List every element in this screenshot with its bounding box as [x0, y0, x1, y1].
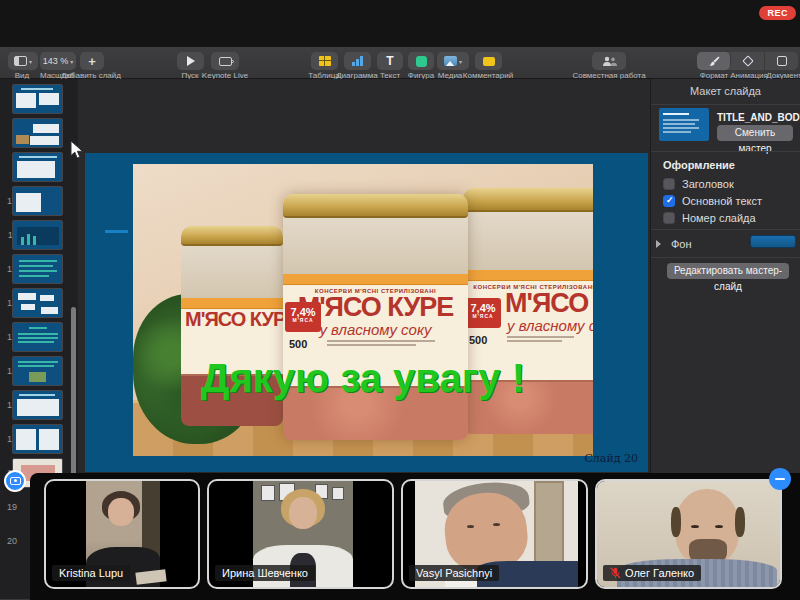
media-icon — [444, 56, 457, 66]
edit-master-button[interactable]: Редактировать мастер-слайд — [667, 263, 789, 279]
chevron-down-icon: ▾ — [459, 58, 462, 65]
media-button[interactable]: ▾ — [437, 52, 469, 70]
thanks-text[interactable]: Дякую за увагу ! — [201, 356, 525, 401]
slide-thumbnail[interactable] — [12, 118, 63, 148]
participant-name: Ирина Шевченко — [215, 565, 315, 581]
inspector-segmented-control — [697, 52, 798, 70]
slide-thumbnail[interactable] — [12, 424, 63, 454]
slide-thumb-row[interactable]: 16 — [0, 390, 78, 422]
slide-thumbnail[interactable] — [12, 390, 63, 420]
slide-thumbnail[interactable] — [12, 356, 63, 386]
diamond-icon — [742, 55, 753, 66]
checkbox[interactable] — [663, 178, 675, 190]
chevron-down-icon: ▾ — [70, 58, 73, 65]
mouse-cursor — [70, 140, 84, 164]
option-body[interactable]: Основной текст — [663, 194, 762, 207]
text-icon: T — [386, 55, 393, 67]
checkbox-checked[interactable] — [663, 195, 675, 207]
slide-thumb-row[interactable]: 7 — [0, 84, 78, 116]
master-thumbnail[interactable] — [659, 108, 709, 141]
document-tab[interactable] — [765, 52, 798, 70]
plus-icon: + — [88, 55, 96, 68]
participant-tile[interactable]: Kristina Lupu — [44, 479, 200, 589]
current-slide[interactable]: М'ЯСО КУРЕ КОНСЕРВИ М'ЯСНІ СТЕРИЛІЗОВАНІ… — [85, 153, 648, 472]
text-button[interactable]: T — [377, 52, 403, 70]
zoom-button[interactable]: 143 %▾ — [40, 52, 76, 70]
screen-person-icon — [10, 477, 21, 485]
top-bar: REC — [0, 0, 800, 47]
view-button[interactable]: ▾ — [8, 52, 38, 70]
slide-thumb-row[interactable]: 15 — [0, 356, 78, 388]
checkbox[interactable] — [663, 212, 675, 224]
slide-thumbnail[interactable] — [12, 288, 63, 318]
slide-thumb-row[interactable]: 10 — [0, 186, 78, 218]
slide-accent-dash — [105, 230, 128, 233]
mic-muted-icon — [610, 567, 621, 579]
collaborate-button[interactable] — [592, 52, 626, 70]
slide-thumbnail[interactable] — [12, 220, 63, 250]
change-master-button[interactable]: Сменить мастер — [717, 125, 793, 141]
keynote-toolbar: ▾ Вид 143 %▾ Масштаб + Добавить слайд Пу… — [0, 47, 800, 79]
participant-name: Vasyl Pasichnyi — [409, 565, 499, 581]
slide-thumbnail[interactable] — [12, 186, 63, 216]
document-icon — [777, 56, 787, 66]
minus-icon — [775, 478, 785, 481]
format-tab[interactable] — [697, 52, 731, 70]
add-slide-button[interactable]: + — [80, 52, 104, 70]
background-row[interactable]: Фон — [656, 237, 692, 250]
view-icon — [14, 56, 27, 66]
jar-center: КОНСЕРВИ М'ЯСНІ СТЕРИЛІЗОВАНІ М'ЯСО КУРЕ… — [283, 194, 468, 440]
screen: REC ▾ Вид 143 %▾ Масштаб + Добавить слай… — [0, 0, 800, 600]
slide-page-label: Слайд 20 — [584, 452, 638, 465]
shape-icon — [416, 56, 427, 67]
inspector-title: Макет слайда — [651, 79, 800, 105]
participant-tile[interactable]: Олег Галенко — [595, 479, 782, 589]
table-button[interactable] — [311, 52, 338, 70]
option-title[interactable]: Заголовок — [663, 177, 734, 190]
chart-button[interactable] — [344, 52, 371, 70]
participant-name: Kristina Lupu — [52, 565, 130, 581]
jars-photo[interactable]: М'ЯСО КУРЕ КОНСЕРВИ М'ЯСНІ СТЕРИЛІЗОВАНІ… — [133, 164, 593, 456]
slide-thumbnail[interactable] — [12, 322, 63, 352]
participant-tile[interactable]: Vasyl Pasichnyi — [401, 479, 588, 589]
slide-thumbnail[interactable] — [12, 152, 63, 182]
chart-icon — [352, 56, 364, 66]
keynote-live-button[interactable] — [211, 52, 239, 70]
recording-badge: REC — [759, 6, 796, 20]
slide-number: 20 — [0, 536, 17, 546]
slide-number: 19 — [0, 502, 17, 512]
comment-button[interactable] — [475, 52, 502, 70]
appearance-section-label: Оформление — [663, 159, 735, 171]
animate-tab[interactable] — [731, 52, 765, 70]
table-icon — [319, 56, 331, 66]
background-color-well[interactable] — [750, 235, 796, 248]
slide-thumb-row[interactable]: 11 — [0, 220, 78, 252]
slide-thumb-row[interactable]: 12 — [0, 254, 78, 286]
play-button[interactable] — [177, 52, 204, 70]
disclosure-triangle-icon[interactable] — [656, 240, 661, 248]
participant-tile[interactable]: Ирина Шевченко — [207, 479, 394, 589]
slide-thumb-row[interactable]: 13 — [0, 288, 78, 320]
option-slide-number[interactable]: Номер слайда — [663, 211, 756, 224]
minimize-strip-button[interactable] — [769, 468, 791, 490]
display-icon — [219, 57, 232, 66]
slide-thumb-row[interactable]: 9 — [0, 152, 78, 184]
slide-thumbnail[interactable] — [12, 84, 63, 114]
slide-thumb-row[interactable]: 17 — [0, 424, 78, 456]
comment-icon — [483, 57, 495, 66]
play-icon — [187, 56, 195, 66]
slide-thumbnail[interactable] — [12, 254, 63, 284]
brush-icon — [707, 55, 720, 68]
participant-name: Олег Галенко — [603, 565, 701, 581]
chevron-down-icon: ▾ — [29, 58, 32, 65]
slide-thumb-row[interactable]: 14 — [0, 322, 78, 354]
zoom-value: 143 % — [43, 56, 69, 66]
shape-button[interactable] — [408, 52, 434, 70]
video-panel-toggle-button[interactable] — [4, 470, 26, 492]
master-name: TITLE_AND_BODY — [717, 112, 800, 123]
people-icon — [602, 56, 617, 67]
slide-thumb-row[interactable]: 8 — [0, 118, 78, 150]
